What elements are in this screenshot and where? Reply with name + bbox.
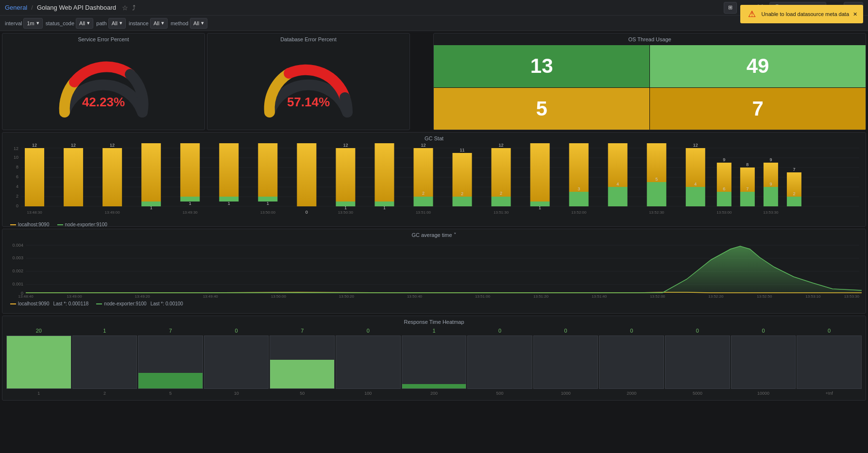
gauge-db-error-svg: 57.14% (260, 49, 357, 122)
heatmap-value-10000: 0 (762, 328, 765, 334)
svg-text:13:50:40: 13:50:40 (407, 294, 423, 299)
filter-method-select[interactable]: All ▾ (190, 18, 207, 29)
svg-text:12: 12 (421, 143, 425, 148)
heatmap-bar-1 (6, 336, 71, 389)
heatmap-value-+Inf: 0 (828, 328, 831, 334)
heatmap-col-1000: 01000 (533, 328, 598, 396)
gc-stat-chart: 0 2 4 6 8 10 12 12 13:48:30 12 12 13:49:… (6, 143, 862, 218)
svg-text:13:51:00: 13:51:00 (475, 294, 491, 299)
svg-rect-64 (492, 197, 511, 206)
heatmap-col-100: 0100 (336, 328, 401, 396)
gc-avg-legend-localhost-label: localhost:9090 (18, 301, 50, 306)
svg-text:12: 12 (343, 143, 348, 148)
heatmap-bar-2 (72, 336, 137, 389)
svg-text:1: 1 (267, 201, 269, 206)
svg-text:13:51:40: 13:51:40 (592, 294, 607, 299)
svg-text:8: 8 (746, 162, 749, 167)
alert-message: Unable to load datasource meta data (762, 11, 849, 17)
svg-rect-78 (608, 187, 628, 206)
breadcrumb-separator: / (31, 4, 33, 11)
heatmap-value-500: 0 (498, 328, 501, 334)
add-panel-button[interactable]: ⊞ (724, 2, 737, 14)
svg-text:13:50:20: 13:50:20 (339, 294, 355, 299)
svg-text:11: 11 (460, 148, 465, 152)
svg-text:0.003: 0.003 (12, 255, 23, 260)
heatmap-col-200: 1200 (402, 328, 467, 396)
svg-rect-87 (686, 187, 705, 206)
svg-marker-118 (26, 246, 862, 293)
chevron-instance: ▾ (161, 20, 164, 26)
gc-avg-legend-node-label: node-exporter:9100 (104, 301, 146, 306)
svg-text:4: 4 (694, 182, 697, 186)
os-cell-49: 49 (650, 45, 866, 87)
breadcrumb-general[interactable]: General (5, 4, 27, 11)
alert-close-icon[interactable]: ✕ (853, 11, 857, 17)
svg-text:1: 1 (383, 205, 386, 210)
filter-status-value: All (79, 20, 85, 26)
heatmap-value-1000: 0 (564, 328, 567, 334)
heatmap-bar-2000 (599, 336, 664, 389)
heatmap-value-2: 1 (103, 328, 106, 334)
svg-rect-28 (180, 143, 200, 197)
filter-interval: interval 1m ▾ (5, 18, 43, 29)
heatmap-bar-100 (336, 336, 401, 389)
chevron-status: ▾ (87, 20, 90, 26)
dashboard: Service Error Percent 42.23% Database (0, 31, 868, 403)
heatmap-value-200: 1 (432, 328, 435, 334)
gc-avg-legend: localhost:9090 Last *: 0.000118 node-exp… (6, 300, 862, 307)
heatmap-col-5: 75 (138, 328, 203, 396)
heatmap-x-label-1000: 1000 (561, 391, 571, 396)
heatmap-col-2: 12 (72, 328, 137, 396)
filter-path-select[interactable]: All ▾ (108, 18, 126, 29)
os-thread-grid: 13 49 5 7 (434, 45, 866, 130)
heatmap-col-500: 0500 (467, 328, 532, 396)
svg-text:13:52:00: 13:52:00 (650, 294, 665, 299)
svg-text:2: 2 (500, 191, 502, 196)
legend-avg-dot-green (96, 303, 102, 304)
os-cell-13: 13 (434, 45, 649, 87)
filter-interval-select[interactable]: 1m ▾ (23, 18, 42, 29)
os-cell-5: 5 (434, 88, 649, 130)
svg-text:6: 6 (16, 174, 18, 179)
svg-rect-42 (297, 143, 316, 206)
heatmap-area: 2011275010750010012000500010000200005000… (6, 328, 862, 396)
heatmap-bar-500 (467, 336, 532, 389)
heatmap-bar-5 (138, 336, 203, 389)
svg-text:5: 5 (655, 177, 658, 182)
chevron-method: ▾ (201, 20, 204, 26)
heatmap-fill-5 (138, 373, 203, 388)
filter-instance: instance All ▾ (129, 18, 168, 29)
svg-text:13:49:30: 13:49:30 (183, 210, 198, 215)
panel-service-error-title: Service Error Percent (5, 36, 202, 42)
svg-text:13:53:10: 13:53:10 (805, 294, 821, 299)
svg-text:13:51:30: 13:51:30 (494, 210, 509, 215)
svg-text:0: 0 (306, 210, 308, 215)
heatmap-x-label-200: 200 (430, 391, 438, 396)
share-icon[interactable]: ⤴ (132, 4, 136, 12)
svg-text:2: 2 (461, 191, 463, 196)
heatmap-x-label-50: 50 (300, 391, 305, 396)
svg-text:1: 1 (228, 201, 230, 206)
gauge-service-error-container: 42.23% (5, 44, 202, 127)
svg-rect-77 (608, 143, 628, 187)
filter-status-label: status_code (46, 20, 74, 26)
svg-text:13:49:40: 13:49:40 (203, 294, 219, 299)
filter-path: path All ▾ (96, 18, 126, 29)
svg-rect-96 (740, 192, 755, 206)
heatmap-col-+Inf: 0+Inf (797, 328, 862, 396)
legend-node-exporter-label: node-exporter:9100 (65, 222, 107, 227)
heatmap-col-5000: 05000 (665, 328, 730, 396)
svg-text:13:50:30: 13:50:30 (338, 210, 354, 215)
svg-rect-91 (717, 192, 732, 206)
heatmap-x-label-2: 2 (103, 391, 106, 396)
legend-dot-yellow (10, 224, 16, 225)
filter-status-select[interactable]: All ▾ (76, 18, 93, 29)
gc-avg-title: GC average time ˅ (6, 232, 862, 238)
svg-text:13:50:00: 13:50:00 (271, 294, 287, 299)
legend-dot-green (57, 224, 63, 225)
heatmap-x-label-10: 10 (234, 391, 239, 396)
filter-instance-select[interactable]: All ▾ (150, 18, 168, 29)
heatmap-fill-200 (402, 384, 466, 388)
star-icon[interactable]: ☆ (122, 4, 128, 12)
heatmap-bar-200 (402, 336, 467, 389)
